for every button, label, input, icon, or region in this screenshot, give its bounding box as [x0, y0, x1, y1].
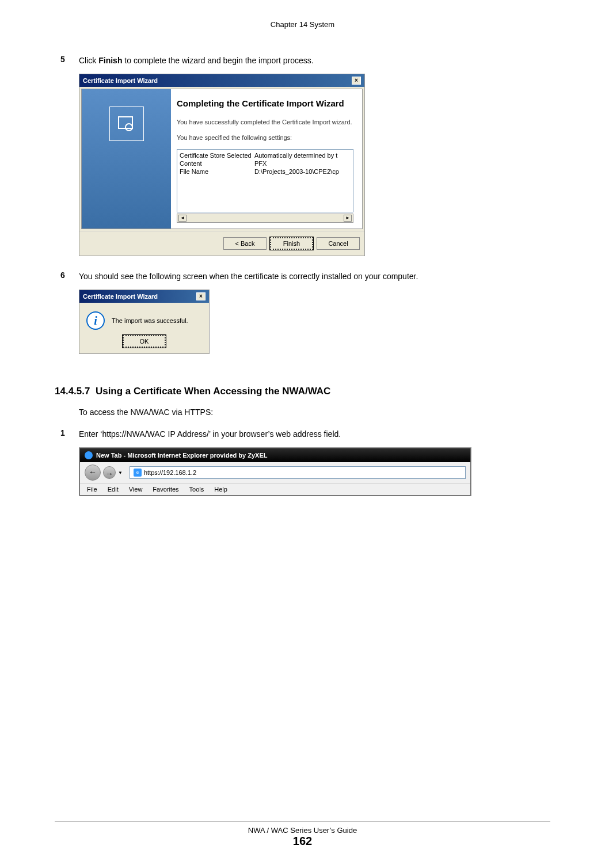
step-5: 5 Click Finish to complete the wizard an…: [60, 55, 550, 67]
url-text: https://192.168.1.2: [144, 469, 196, 476]
footer-page-number: 162: [55, 835, 550, 848]
browser-window: New Tab - Microsoft Internet Explorer pr…: [79, 448, 471, 496]
menu-file[interactable]: File: [87, 486, 97, 493]
menu-help[interactable]: Help: [214, 486, 227, 493]
browser-title-text: New Tab - Microsoft Internet Explorer pr…: [96, 452, 267, 459]
cert-wizard-dialog: Certificate Import Wizard × Completing t…: [79, 74, 364, 256]
dialog-title: Certificate Import Wizard: [83, 293, 158, 300]
page-footer: NWA / WAC Series User’s Guide 162: [55, 821, 550, 848]
menu-view[interactable]: View: [129, 486, 143, 493]
wizard-body-1: You have successfully completed the Cert…: [177, 118, 353, 127]
page-icon: e: [134, 469, 142, 477]
menu-tools[interactable]: Tools: [189, 486, 204, 493]
step-1: 1 Enter ‘https://NWA/WAC IP Address/’ in…: [60, 428, 550, 440]
success-dialog: Certificate Import Wizard × i The import…: [79, 290, 209, 353]
setting-label: File Name: [180, 168, 254, 175]
setting-value: PFX: [254, 160, 351, 167]
step-5-text: Click Finish to complete the wizard and …: [79, 55, 314, 67]
address-bar[interactable]: e https://192.168.1.2: [130, 466, 466, 479]
setting-row: Certificate Store Selected Automatically…: [180, 152, 351, 159]
finish-button[interactable]: Finish: [270, 237, 313, 250]
dialog-button-row: OK: [79, 333, 209, 353]
step-number: 5: [60, 55, 69, 67]
back-button[interactable]: < Back: [223, 237, 267, 250]
step-number: 1: [60, 428, 69, 440]
section-title: Using a Certificate When Accessing the N…: [96, 386, 330, 397]
step-number: 6: [60, 271, 69, 283]
dialog-body: Completing the Certificate Import Wizard…: [81, 89, 363, 229]
setting-value: D:\Projects_2003-10\CPE2\cp: [254, 168, 351, 175]
wizard-content: Completing the Certificate Import Wizard…: [171, 89, 362, 229]
settings-listbox: Certificate Store Selected Automatically…: [177, 149, 353, 212]
menu-edit[interactable]: Edit: [108, 486, 119, 493]
dialog-body: i The import was successful.: [79, 303, 209, 333]
ie-icon: [85, 451, 93, 459]
setting-label: Content: [180, 160, 254, 167]
dialog-titlebar: Certificate Import Wizard ×: [79, 290, 209, 303]
scroll-right-icon[interactable]: ►: [344, 215, 352, 222]
chapter-header: Chapter 14 System: [55, 20, 550, 29]
dialog-titlebar: Certificate Import Wizard ×: [79, 74, 364, 87]
back-nav-button[interactable]: ←: [85, 465, 101, 481]
close-icon[interactable]: ×: [196, 292, 206, 300]
certificate-icon: [109, 106, 144, 141]
menu-favorites[interactable]: Favorites: [153, 486, 178, 493]
setting-value: Automatically determined by t: [254, 152, 351, 159]
browser-figure: New Tab - Microsoft Internet Explorer pr…: [79, 447, 471, 496]
close-icon[interactable]: ×: [352, 77, 361, 85]
browser-menubar: File Edit View Favorites Tools Help: [80, 484, 470, 495]
svg-point-1: [125, 124, 132, 131]
step-6: 6 You should see the following screen wh…: [60, 271, 550, 283]
text-before: Click: [79, 56, 98, 65]
scroll-left-icon[interactable]: ◄: [178, 215, 187, 222]
wizard-complete-figure: Certificate Import Wizard × Completing t…: [79, 74, 365, 256]
success-dialog-figure: Certificate Import Wizard × i The import…: [79, 290, 210, 354]
horizontal-scrollbar[interactable]: ◄ ►: [177, 214, 353, 223]
section-number: 14.4.5.7: [55, 386, 90, 397]
dialog-button-row: < Back Finish Cancel: [79, 231, 364, 256]
success-message: The import was successful.: [112, 317, 188, 324]
section-intro: To access the NWA/WAC via HTTPS:: [79, 408, 550, 417]
cancel-button[interactable]: Cancel: [317, 237, 360, 250]
step-1-text: Enter ‘https://NWA/WAC IP Address/’ in y…: [79, 428, 341, 440]
browser-toolbar: ← → ▼ e https://192.168.1.2: [80, 462, 470, 484]
wizard-body-2: You have specified the following setting…: [177, 134, 353, 142]
section-heading: 14.4.5.7 Using a Certificate When Access…: [55, 386, 550, 397]
setting-row: Content PFX: [180, 160, 351, 167]
footer-guide-title: NWA / WAC Series User’s Guide: [55, 826, 550, 835]
text-after: to complete the wizard and begin the imp…: [122, 56, 313, 65]
browser-titlebar: New Tab - Microsoft Internet Explorer pr…: [80, 448, 470, 462]
setting-row: File Name D:\Projects_2003-10\CPE2\cp: [180, 168, 351, 175]
wizard-heading: Completing the Certificate Import Wizard: [177, 98, 353, 109]
step-6-text: You should see the following screen when…: [79, 271, 418, 283]
finish-bold: Finish: [98, 56, 122, 65]
forward-nav-button[interactable]: →: [103, 466, 116, 479]
info-icon: i: [86, 311, 105, 330]
dropdown-icon[interactable]: ▼: [118, 470, 123, 475]
ok-button[interactable]: OK: [123, 335, 166, 348]
setting-label: Certificate Store Selected: [180, 152, 254, 159]
wizard-sidebar: [82, 89, 171, 229]
dialog-title: Certificate Import Wizard: [83, 77, 158, 84]
